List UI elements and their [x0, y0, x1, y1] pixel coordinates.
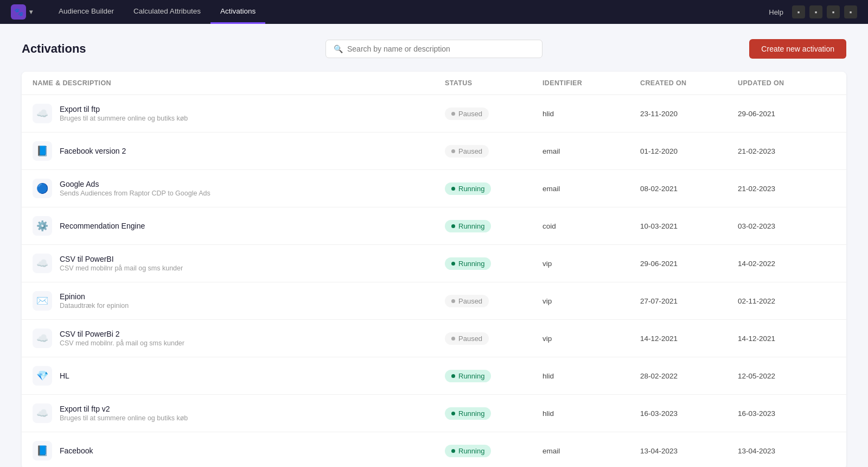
row-name-cell: ✉️ Epinion Dataudtræk for epinion	[33, 291, 445, 311]
table-row[interactable]: ⚙️ Recommendation Engine Running coid 10…	[22, 207, 846, 245]
row-icon: 📘	[33, 141, 52, 161]
row-created: 01-12-2020	[640, 147, 738, 155]
logo[interactable]: 🐾 ▾	[11, 4, 33, 20]
table-row[interactable]: 💎 HL Running hlid 28-02-2022 12-05-2022	[22, 357, 846, 395]
row-name-cell: ☁️ CSV til PowerBI CSV med mobilnr på ma…	[33, 254, 445, 273]
row-identifier: vip	[542, 297, 640, 305]
row-identifier: hlid	[542, 110, 640, 118]
row-name-cell: 📘 Facebook version 2	[33, 141, 445, 161]
icon-btn-3[interactable]: ▪	[827, 5, 840, 18]
row-name: Epinion	[60, 292, 129, 301]
table-row[interactable]: ☁️ Export til ftp Bruges til at summere …	[22, 95, 846, 132]
row-identifier: hlid	[542, 409, 640, 418]
topnav-right: Help ▪ ▪ ▪ ▪	[769, 5, 857, 18]
icon-btn-4[interactable]: ▪	[844, 5, 857, 18]
page-title: Activations	[22, 42, 86, 56]
col-header-created: Created on	[640, 79, 738, 87]
row-updated: 13-04-2023	[738, 447, 835, 455]
row-name-cell: 📘 Facebook	[33, 441, 445, 460]
status-dot	[451, 224, 455, 228]
row-identifier: vip	[542, 260, 640, 268]
col-header-name: Name & description	[33, 79, 445, 87]
row-desc: CSV med mobilnr på mail og sms kunder	[60, 264, 183, 272]
row-created: 08-02-2021	[640, 185, 738, 193]
row-updated: 29-06-2021	[738, 110, 835, 118]
col-header-status: Status	[445, 79, 542, 87]
row-desc: Dataudtræk for epinion	[60, 302, 129, 310]
status-badge: Running	[445, 257, 491, 270]
row-desc: Bruges til at summere online og butiks k…	[60, 414, 188, 422]
row-created: 14-12-2021	[640, 335, 738, 343]
row-created: 13-04-2023	[640, 447, 738, 455]
status-dot	[451, 337, 455, 340]
topnav-nav: Audience Builder Calculated Attributes A…	[49, 0, 769, 24]
row-created: 27-07-2021	[640, 297, 738, 305]
row-identifier: email	[542, 147, 640, 155]
status-badge: Running	[445, 445, 491, 457]
table-row[interactable]: 📘 Facebook Running email 13-04-2023 13-0…	[22, 432, 846, 467]
row-name: Export til ftp v2	[60, 405, 188, 413]
row-name-cell: ☁️ CSV til PowerBi 2 CSV med mobilnr. på…	[33, 329, 445, 348]
status-badge: Running	[445, 407, 491, 420]
status-dot	[451, 412, 455, 415]
row-updated: 21-02-2023	[738, 185, 835, 193]
row-name-cell: 🔵 Google Ads Sends Audiences from Raptor…	[33, 179, 445, 198]
row-updated: 03-02-2023	[738, 222, 835, 230]
row-status: Paused	[445, 295, 542, 307]
row-status: Paused	[445, 332, 542, 345]
row-desc: CSV med mobilnr. på mail og sms kunder	[60, 339, 184, 347]
row-name-cell: ⚙️ Recommendation Engine	[33, 216, 445, 236]
row-name: CSV til PowerBi 2	[60, 330, 184, 338]
status-dot	[451, 262, 455, 266]
main-content: Activations 🔍 Create new activation Name…	[0, 24, 868, 467]
row-created: 29-06-2021	[640, 260, 738, 268]
table-row[interactable]: ✉️ Epinion Dataudtræk for epinion Paused…	[22, 282, 846, 320]
row-created: 10-03-2021	[640, 222, 738, 230]
row-identifier: coid	[542, 222, 640, 230]
row-desc: Bruges til at summere online og butiks k…	[60, 115, 188, 122]
logo-icon: 🐾	[11, 4, 26, 20]
help-link[interactable]: Help	[769, 8, 783, 16]
row-updated: 12-05-2022	[738, 372, 835, 380]
table-row[interactable]: ☁️ CSV til PowerBi 2 CSV med mobilnr. på…	[22, 320, 846, 357]
status-badge: Running	[445, 220, 491, 232]
row-name: Google Ads	[60, 180, 210, 188]
row-icon: ☁️	[33, 104, 52, 123]
row-name-cell: ☁️ Export til ftp v2 Bruges til at summe…	[33, 403, 445, 423]
status-dot	[451, 299, 455, 303]
row-identifier: vip	[542, 335, 640, 343]
icon-btn-2[interactable]: ▪	[809, 5, 822, 18]
nav-activations[interactable]: Activations	[210, 0, 265, 24]
row-icon: 🔵	[33, 179, 52, 198]
row-name: Recommendation Engine	[60, 222, 145, 230]
search-input[interactable]	[347, 45, 534, 53]
icon-btn-1[interactable]: ▪	[792, 5, 805, 18]
row-name-cell: 💎 HL	[33, 366, 445, 386]
create-activation-button[interactable]: Create new activation	[749, 39, 846, 59]
status-dot	[451, 449, 455, 453]
table-header: Name & description Status Identifier Cre…	[22, 72, 846, 95]
status-badge: Paused	[445, 108, 489, 120]
table-row[interactable]: ☁️ Export til ftp v2 Bruges til at summe…	[22, 395, 846, 432]
row-name: HL	[60, 371, 69, 380]
search-box: 🔍	[326, 40, 542, 58]
table-row[interactable]: 🔵 Google Ads Sends Audiences from Raptor…	[22, 170, 846, 207]
table-row[interactable]: ☁️ CSV til PowerBI CSV med mobilnr på ma…	[22, 245, 846, 282]
row-created: 16-03-2023	[640, 409, 738, 418]
row-icon: 💎	[33, 366, 52, 386]
nav-audience-builder[interactable]: Audience Builder	[49, 0, 124, 24]
row-status: Running	[445, 407, 542, 420]
nav-calculated-attributes[interactable]: Calculated Attributes	[124, 0, 210, 24]
status-badge: Paused	[445, 145, 489, 157]
row-created: 28-02-2022	[640, 372, 738, 380]
row-name: Export til ftp	[60, 105, 188, 113]
table-row[interactable]: 📘 Facebook version 2 Paused email 01-12-…	[22, 132, 846, 170]
row-updated: 02-11-2022	[738, 297, 835, 305]
row-icon: ✉️	[33, 291, 52, 311]
row-icon: ☁️	[33, 403, 52, 423]
row-icon: ☁️	[33, 254, 52, 273]
row-status: Running	[445, 220, 542, 232]
row-identifier: hlid	[542, 372, 640, 380]
logo-chevron: ▾	[29, 8, 33, 16]
row-identifier: email	[542, 185, 640, 193]
